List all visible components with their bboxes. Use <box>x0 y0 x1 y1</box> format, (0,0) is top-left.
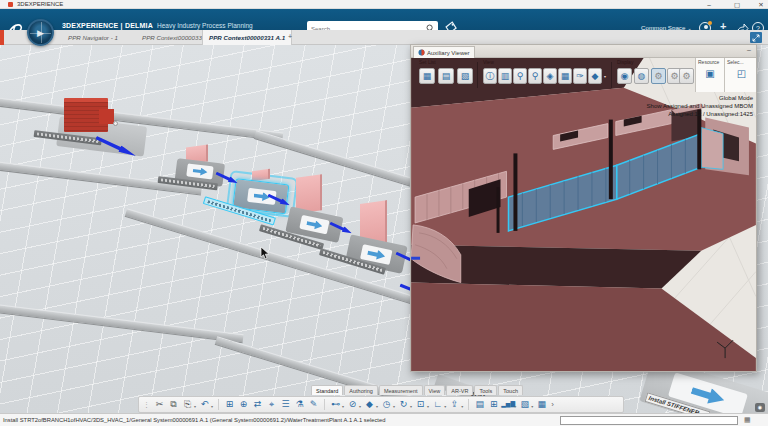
dropdown-arrow-icon[interactable]: ▾ <box>604 74 606 79</box>
group-label-view: View <box>483 59 494 65</box>
route-icon[interactable]: ∟ <box>431 397 444 412</box>
report-icon[interactable]: ▦ <box>535 397 548 412</box>
tab-ppr-navigator[interactable]: PPR Navigator - 1 <box>68 34 118 41</box>
section-tab-bar: Standard Authoring Measurement View AR-V… <box>311 385 524 395</box>
status-grid-icon[interactable]: ▦ <box>744 416 751 424</box>
aux-status-block: Global Mode Show Assigned and Unassigned… <box>647 94 753 118</box>
dropdown-arrow-icon[interactable]: ▾ <box>427 404 429 409</box>
loop-icon[interactable]: ↻ <box>397 397 410 412</box>
section-tab-standard[interactable]: Standard <box>311 385 343 395</box>
section-tab-view[interactable]: View <box>424 385 446 395</box>
expand-view-button[interactable] <box>750 32 762 43</box>
add-tab-button[interactable]: + <box>288 33 292 40</box>
assembly-mode3-icon[interactable]: ⚙ <box>679 68 694 84</box>
constraint-icon[interactable]: ⊘ <box>346 397 359 412</box>
section-tab-arvr[interactable]: AR-VR <box>446 385 473 395</box>
aux-titlebar[interactable]: Auxiliary Viewer – <box>411 45 756 58</box>
dropdown-arrow-icon[interactable]: ▾ <box>410 404 412 409</box>
toolbar-separator <box>324 399 325 410</box>
section-tab-authoring[interactable]: Authoring <box>344 385 378 395</box>
resource-card: Resource ▣ <box>695 58 724 92</box>
dropdown-arrow-icon[interactable]: ▾ <box>393 404 395 409</box>
compass-button[interactable]: ▶ <box>27 19 54 46</box>
structure-icon[interactable]: ▦ <box>558 68 572 84</box>
red-machine-block <box>99 109 114 124</box>
toolbar-separator <box>468 399 469 410</box>
resource-icon[interactable]: ▣ <box>696 68 724 79</box>
command-input[interactable] <box>560 416 738 425</box>
station-arrow-icon <box>192 167 208 177</box>
cube-view-icon[interactable]: ◈ <box>543 68 557 84</box>
set-list-snapshot-icon[interactable]: ▧ <box>457 68 473 84</box>
assembly-mode-icon[interactable]: ⚙ <box>651 68 666 84</box>
close-button[interactable]: ✕ <box>754 0 768 9</box>
paste-icon[interactable]: ⎘ <box>181 397 194 412</box>
aux-3d-scene[interactable]: Set List ▦ ▤ ▧ View ⓘ ▥ ⚲ ⚲ ◈ ▦ ✑ ◆ ▾ Di… <box>411 58 756 371</box>
tab-ppr-context-1[interactable]: PPR Context00000331 <box>142 34 205 41</box>
globe-partial-icon[interactable]: ◍ <box>634 68 649 84</box>
table-add-icon[interactable]: ⊞ <box>487 397 500 412</box>
flow-node-icon[interactable]: ⊷ <box>329 397 342 412</box>
zoom-model-icon[interactable]: ⚲ <box>528 68 542 84</box>
aux-title-tab[interactable]: Auxiliary Viewer <box>413 46 475 58</box>
table-icon[interactable]: ▤ <box>473 397 486 412</box>
auxiliary-viewer-window: Auxiliary Viewer – <box>410 44 757 372</box>
gantt-icon[interactable]: ▧ <box>518 397 531 412</box>
info-icon[interactable]: ⓘ <box>483 68 497 84</box>
selection-icon[interactable]: ◰ <box>725 68 756 79</box>
dropdown-arrow-icon[interactable]: ▾ <box>461 404 463 409</box>
section-tab-measurement[interactable]: Measurement <box>379 385 423 395</box>
viewport-corner-icon[interactable]: ◉ <box>755 403 765 412</box>
work-instructions-icon[interactable]: ☰ <box>279 397 292 412</box>
toolbar-separator <box>218 399 219 410</box>
toolbar-separator <box>477 62 478 88</box>
toolbar-drag-handle[interactable]: ⋮ <box>143 401 150 409</box>
dropdown-arrow-icon[interactable]: ▾ <box>194 404 196 409</box>
dropdown-arrow-icon[interactable]: ▾ <box>211 404 213 409</box>
tab-ppr-context-2-active[interactable]: PPR Context00000331 A.1 <box>202 30 292 45</box>
section-tab-touch[interactable]: Touch <box>498 385 523 395</box>
time-analysis-icon[interactable]: ◷ <box>380 397 393 412</box>
toolbar-overflow-button[interactable]: › <box>551 400 554 409</box>
copy-icon[interactable]: ⧉ <box>167 397 180 412</box>
dropdown-arrow-icon[interactable]: ▾ <box>359 404 361 409</box>
dropdown-arrow-icon[interactable]: ▾ <box>376 404 378 409</box>
search-scope-icon[interactable]: ⌖ <box>265 397 278 412</box>
cube-mode-icon[interactable]: ◆ <box>588 68 602 84</box>
station-arrow-icon <box>306 219 324 231</box>
bar-chart-icon[interactable]: ▂▅▇ <box>501 397 514 412</box>
dropdown-arrow-icon[interactable]: ▾ <box>342 404 344 409</box>
globe-display-icon[interactable]: ◉ <box>617 68 632 84</box>
search-model-icon[interactable]: ⚲ <box>513 68 527 84</box>
cut-icon[interactable]: ✂ <box>153 397 166 412</box>
brand-label: 3DEXPERIENCE | DELMIA <box>62 22 153 29</box>
gate-icon[interactable]: ◆ <box>363 397 376 412</box>
station-arrow-icon <box>366 248 386 262</box>
dropdown-arrow-icon[interactable]: ▾ <box>444 404 446 409</box>
aux-counts-label: Assigned:12 / Unassigned:1425 <box>647 110 753 118</box>
minimize-button[interactable]: – <box>702 0 716 9</box>
bars-icon[interactable]: ▥ <box>498 68 512 84</box>
expand-arrows-icon <box>752 34 760 42</box>
probe-icon[interactable]: ⚗ <box>293 397 306 412</box>
notification-dot <box>708 21 712 25</box>
set-list-table-icon[interactable]: ▦ <box>419 68 435 84</box>
swap-resources-icon[interactable]: ⇄ <box>251 397 264 412</box>
dropdown-arrow-icon[interactable]: ▾ <box>514 404 516 409</box>
edit-pencil-icon[interactable]: ✎ <box>307 397 320 412</box>
brand-row: 3DEXPERIENCE | DELMIA Heavy Industry Pro… <box>62 22 253 29</box>
simulation-icon[interactable]: ⊡ <box>414 397 427 412</box>
set-list-view-icon[interactable]: ▤ <box>438 68 454 84</box>
instantiate-icon[interactable]: ⊕ <box>237 397 250 412</box>
group-label-set-list: Set List <box>419 59 436 65</box>
maximize-button[interactable]: ▢ <box>730 0 744 9</box>
group-label-resource: Resource <box>698 59 719 65</box>
section-tab-tools[interactable]: Tools <box>474 385 497 395</box>
dropdown-arrow-icon[interactable]: ▾ <box>531 404 533 409</box>
undo-icon[interactable]: ↶ <box>198 397 211 412</box>
app-name-label: Heavy Industry Process Planning <box>157 22 253 29</box>
paint-icon[interactable]: ✑ <box>573 68 587 84</box>
aux-minimize-button[interactable]: – <box>747 46 751 53</box>
export-icon[interactable]: ⇪ <box>448 397 461 412</box>
assign-item-icon[interactable]: ⊞ <box>223 397 236 412</box>
